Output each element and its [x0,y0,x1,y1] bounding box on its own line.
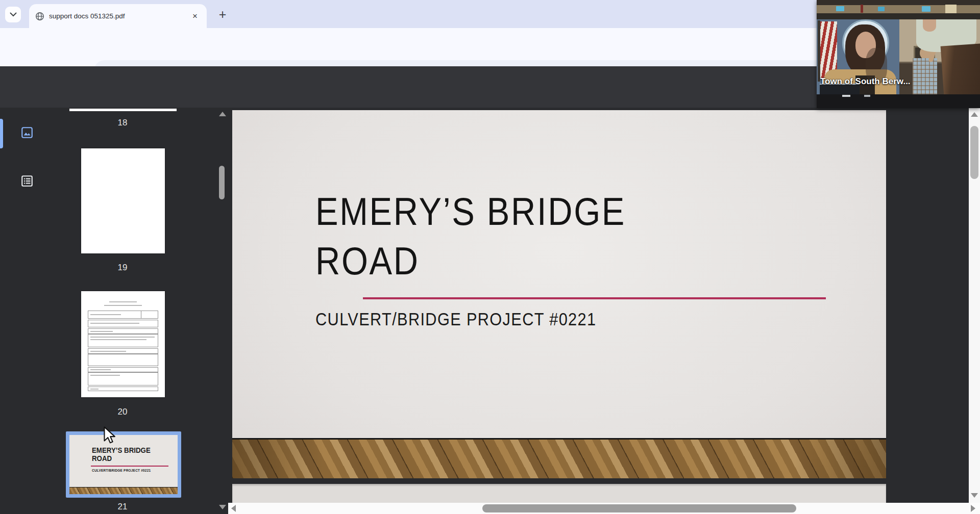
video-feed-right [899,19,980,94]
thumbnail-page-18-bottom-edge[interactable] [69,109,177,111]
thumbnail-page-21-selected[interactable]: EMERY’S BRIDGE ROAD CULVERT/BRIDGE PROJE… [66,431,181,498]
outline-view-button[interactable] [17,171,37,191]
slide-wood-floor-image [232,438,886,478]
screen: support docs 051325.pdf × + [0,0,980,514]
main-scroll-left-arrow[interactable] [231,505,236,512]
thumbnail-21-wood-floor [69,487,178,494]
video-call-overlay[interactable]: Town of South Berw... [817,0,980,108]
main-horizontal-scrollbar-thumb[interactable] [482,504,796,512]
globe-favicon-icon [35,12,44,21]
main-vertical-scrollbar-thumb[interactable] [970,126,978,179]
thumbnails-view-button[interactable] [17,123,37,142]
video-bottom-bar [817,94,980,108]
tab-close-button[interactable]: × [189,11,201,22]
mouse-cursor [102,426,117,447]
podium [941,43,980,94]
slide-subtitle: CULVERT/BRIDGE PROJECT #0221 [315,309,596,329]
new-tab-button[interactable]: + [215,7,230,22]
browser-tab[interactable]: support docs 051325.pdf × [29,4,207,28]
video-caption: Town of South Berw... [820,76,911,87]
thumbnail-scroll-up-arrow[interactable] [219,112,226,116]
thumbnail-label-19: 19 [92,263,153,273]
meeting-room-wide-view [817,0,980,19]
slide-title: EMERY’S BRIDGE ROAD [315,187,626,286]
pdf-content-area: 18 19 [0,108,980,514]
thumbnail-21-slide: EMERY’S BRIDGE ROAD CULVERT/BRIDGE PROJE… [69,435,178,494]
seated-person-plaid-shirt [913,58,937,94]
pdf-page-22-top-edge [232,484,886,504]
thumbnail-scrollbar-thumb[interactable] [219,166,225,199]
thumbnail-21-accent-line [91,466,168,467]
chevron-down-icon [10,12,17,17]
thumbnail-21-subtitle: CULVERT/BRIDGE PROJECT #0221 [92,469,151,472]
slide-accent-line [363,297,826,299]
thumbnail-page-19[interactable] [81,148,165,253]
main-scroll-up-arrow[interactable] [971,112,978,117]
thumbnail-scroll-down-arrow[interactable] [219,505,226,509]
main-vertical-scrollbar[interactable] [969,108,980,503]
tab-title: support docs 051325.pdf [49,12,185,20]
thumbnail-label-18: 18 [92,118,153,128]
document-outline-icon [20,174,34,188]
image-icon [20,126,34,139]
active-view-indicator [0,119,3,148]
main-scroll-down-arrow[interactable] [971,493,978,498]
thumbnail-page-20[interactable] [81,291,165,397]
main-horizontal-scrollbar[interactable] [228,503,980,514]
pdf-page-21: EMERY’S BRIDGE ROAD CULVERT/BRIDGE PROJE… [232,110,886,478]
thumbnail-label-20: 20 [92,407,153,417]
main-scroll-right-arrow[interactable] [971,505,975,512]
thumbnail-label-21: 21 [92,502,153,512]
tab-list-chevron-button[interactable] [5,7,21,22]
thumbnail-21-title: EMERY’S BRIDGE ROAD [92,446,159,462]
standing-person-neck [923,19,936,32]
